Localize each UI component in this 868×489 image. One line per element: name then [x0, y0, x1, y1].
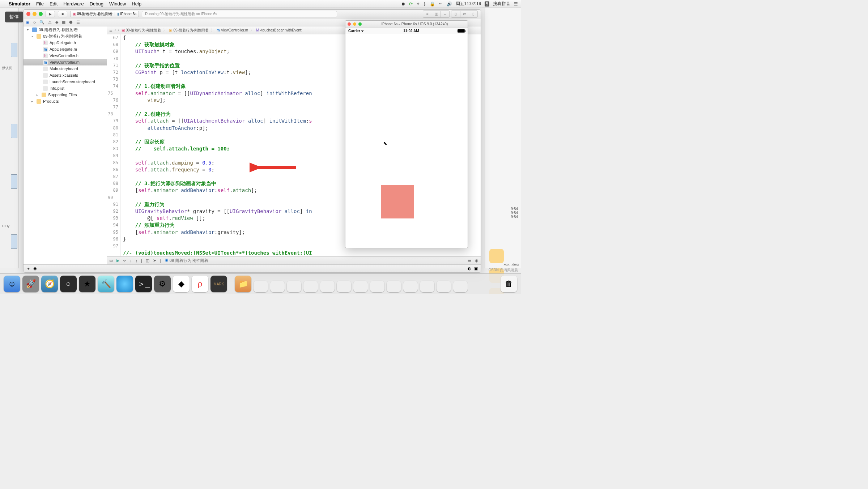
dock-min-3[interactable] [287, 281, 301, 292]
jumpbar-folder[interactable]: ▣09-附着行为-刚性附着 [169, 28, 209, 33]
bluetooth-icon[interactable]: ᛒ [424, 1, 426, 7]
menu-help[interactable]: Help [132, 1, 141, 7]
dock-min-4[interactable] [303, 281, 318, 292]
volume-icon[interactable]: 🔊 [447, 1, 452, 7]
ime-name[interactable]: 搜狗拼音 [493, 1, 510, 7]
breakpoint-navigator-icon[interactable]: ⬣ [69, 20, 73, 25]
zoom-button[interactable] [39, 12, 43, 16]
console-toggle[interactable]: ◉ [475, 258, 478, 263]
dock-min-5[interactable] [320, 281, 335, 292]
close-button[interactable] [26, 12, 30, 16]
dock-terminal[interactable]: ＞_ [135, 276, 152, 292]
test-navigator-icon[interactable]: ◆ [55, 20, 58, 25]
find-navigator-icon[interactable]: 🔍 [39, 20, 44, 25]
toggle-debug-button[interactable]: ▭ [460, 11, 469, 17]
red-view[interactable] [381, 185, 414, 218]
simulator-screen[interactable]: ⬉ [345, 34, 468, 248]
toggle-utilities-button[interactable]: ▯ [469, 11, 477, 17]
dock-min-9[interactable] [387, 281, 401, 292]
sim-minimize-button[interactable] [353, 22, 356, 26]
debug-navigator-icon[interactable]: ▦ [62, 20, 65, 25]
jumpbar-file[interactable]: mViewController.m [217, 28, 248, 32]
step-out-button[interactable]: ↑ [136, 259, 138, 263]
file-09-附着行为-刚性附着[interactable]: ▾09-附着行为-刚性附着 [24, 33, 107, 39]
location-button[interactable]: ➤ [153, 258, 156, 263]
pause-overlay-button[interactable]: 暂停 [5, 12, 23, 22]
sync-icon[interactable]: ⟳ [409, 1, 413, 7]
forward-button[interactable]: › [118, 28, 119, 32]
stop-button[interactable]: ■ [58, 11, 67, 17]
variables-view-toggle[interactable]: ☰ [468, 258, 471, 263]
dock-settings[interactable]: ⚙ [154, 276, 171, 292]
project-navigator-icon[interactable]: ▣ [26, 20, 29, 25]
dock-xcode[interactable]: 🔨 [98, 276, 114, 292]
wifi-icon[interactable]: ᯤ [439, 1, 443, 7]
dock-min-6[interactable] [337, 281, 351, 292]
file-Products[interactable]: ▸Products [24, 98, 107, 105]
lock-icon[interactable]: 🔒 [430, 1, 435, 7]
dock-finder[interactable]: ☺ [4, 276, 20, 292]
dock-trash[interactable]: 🗑 [501, 276, 517, 292]
continue-button[interactable]: ▶ [116, 258, 119, 263]
dock-min-11[interactable] [420, 281, 434, 292]
sim-zoom-button[interactable] [358, 22, 362, 26]
file-Main.storyboard[interactable]: Main.storyboard [24, 65, 107, 72]
sim-close-button[interactable] [348, 22, 351, 26]
scheme-selector[interactable]: ▣09-附着行为-刚性附着 ▮iPhone 6s [70, 11, 139, 17]
toggle-navigator-button[interactable]: ▯ [451, 11, 460, 17]
symbol-navigator-icon[interactable]: ◇ [33, 20, 36, 25]
dock-sketch[interactable]: ◆ [173, 276, 190, 292]
back-button[interactable]: ‹ [115, 28, 116, 32]
file-AppDelegate.h[interactable]: hAppDelegate.h [24, 39, 107, 46]
issue-navigator-icon[interactable]: ⚠ [48, 20, 52, 25]
version-editor-button[interactable]: ↔ [441, 11, 449, 17]
menu-debug[interactable]: Debug [90, 1, 103, 7]
run-button[interactable]: ▶ [46, 11, 55, 17]
view-debug-button[interactable]: ◫ [146, 258, 149, 263]
jumpbar-project[interactable]: ▣09-附着行为-刚性附着 [122, 28, 161, 33]
scm-filter-icon[interactable]: ▣ [474, 266, 478, 271]
clock[interactable]: 周五11:02:19 [456, 1, 481, 7]
add-button[interactable]: ＋ [26, 266, 30, 271]
step-over-button[interactable]: ⤼ [123, 258, 126, 263]
file-Supporting Files[interactable]: ▸Supporting Files [24, 92, 107, 98]
project-navigator[interactable]: ▾09-附着行为-刚性附着▾09-附着行为-刚性附着hAppDelegate.h… [24, 26, 107, 264]
minimize-button[interactable] [33, 12, 37, 16]
report-navigator-icon[interactable]: ☰ [76, 20, 80, 25]
dock-safari[interactable]: 🧭 [41, 276, 58, 292]
toggle-debug-area-button[interactable]: ▭ [109, 258, 113, 263]
related-items-icon[interactable]: ☰ [109, 28, 112, 32]
notification-center-icon[interactable]: ☰ [514, 1, 518, 7]
simulator-titlebar[interactable]: iPhone 6s - iPhone 6s / iOS 9.0 (13A240) [345, 21, 468, 27]
dock-min-2[interactable] [270, 281, 285, 292]
menu-file[interactable]: File [36, 1, 44, 7]
file-Assets.xcassets[interactable]: Assets.xcassets [24, 72, 107, 78]
file-LaunchScreen.storyboard[interactable]: LaunchScreen.storyboard [24, 78, 107, 85]
ime-indicator[interactable]: 5 [485, 1, 489, 7]
dock-app-red[interactable]: ρ [192, 276, 208, 292]
menu-window[interactable]: Window [109, 1, 126, 7]
dock-min-12[interactable] [437, 281, 451, 292]
file-Info.plist[interactable]: Info.plist [24, 85, 107, 92]
dock-appstore[interactable] [116, 276, 133, 292]
menubar-app-name[interactable]: Simulator [9, 1, 30, 7]
filter-button[interactable]: ◉ [33, 266, 37, 271]
scheme-target[interactable]: ▣09-附着行为-刚性附着 [71, 12, 115, 17]
dock-launchpad[interactable]: 🚀 [22, 276, 39, 292]
scheme-device[interactable]: ▮iPhone 6s [115, 12, 139, 16]
menu-edit[interactable]: Edit [50, 1, 58, 7]
recent-filter-icon[interactable]: ◐ [468, 266, 471, 271]
dock-mouse[interactable]: ○ [60, 276, 77, 292]
screenrecord-icon[interactable]: ⏺ [401, 1, 405, 7]
file-ViewController.m[interactable]: mViewController.m [24, 59, 107, 65]
dock-min-13[interactable] [453, 281, 468, 292]
dock-folder[interactable]: 📁 [235, 276, 251, 292]
menu-hardware[interactable]: Hardware [63, 1, 84, 7]
assistant-editor-button[interactable]: ◫ [432, 11, 441, 17]
process-selector[interactable]: ▣ 09-附着行为-刚性附着 [165, 258, 209, 263]
dock-imovie[interactable]: ★ [79, 276, 95, 292]
jumpbar-symbol[interactable]: M-touchesBegan:withEvent: [256, 28, 302, 32]
file-AppDelegate.m[interactable]: mAppDelegate.m [24, 46, 107, 52]
dock-min-10[interactable] [403, 281, 418, 292]
dock-min-7[interactable] [353, 281, 368, 292]
